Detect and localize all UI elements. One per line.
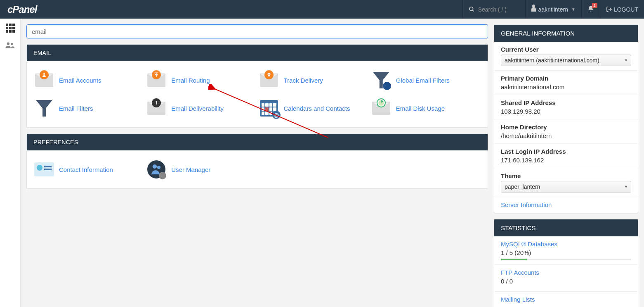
last-login-label: Last Login IP Address — [501, 148, 631, 155]
email-panel: EMAIL Email Accounts Email Routing Track… — [26, 44, 488, 128]
sidebar: GENERAL INFORMATION Current User aakriti… — [494, 24, 638, 307]
calendar-icon: @ — [259, 98, 279, 118]
user-menu[interactable]: aakritiintern ▼ — [525, 0, 581, 19]
main-search-input[interactable] — [26, 24, 488, 38]
email-deliverability-icon — [146, 98, 166, 118]
tool-label: Email Disk Usage — [396, 105, 445, 112]
svg-point-6 — [156, 101, 157, 102]
theme-label: Theme — [501, 172, 631, 179]
stat-ftp-value: 0 / 0 — [501, 278, 631, 285]
svg-point-4 — [43, 73, 45, 75]
last-login-value: 171.60.139.162 — [501, 157, 631, 164]
tool-email-deliverability[interactable]: Email Deliverability — [145, 94, 257, 122]
general-info-header[interactable]: GENERAL INFORMATION — [494, 25, 638, 42]
stat-mysql-progress — [501, 259, 631, 260]
tool-track-delivery[interactable]: Track Delivery — [257, 66, 370, 94]
tool-label: Email Accounts — [59, 77, 101, 84]
home-dir-value: /home/aakritiintern — [501, 132, 631, 139]
primary-domain-value: aakritiinternational.com — [501, 83, 631, 90]
user-manager-icon — [146, 159, 166, 179]
preferences-panel: PREFERENCES Contact Information User Man… — [26, 133, 488, 189]
disk-usage-icon — [371, 98, 391, 118]
tool-label: User Manager — [171, 166, 210, 173]
current-user-select[interactable]: aakritiintern (aakritiinternational.com) — [501, 55, 631, 66]
tool-email-filters[interactable]: Email Filters — [33, 94, 145, 122]
tool-label: Global Email Filters — [396, 77, 450, 84]
track-delivery-icon — [259, 70, 279, 90]
rail-users-icon[interactable] — [5, 41, 16, 52]
tool-user-manager[interactable]: User Manager — [145, 155, 257, 183]
main-column: EMAIL Email Accounts Email Routing Track… — [26, 24, 488, 307]
left-rail — [0, 19, 21, 307]
chevron-down-icon: ▼ — [571, 7, 576, 12]
tool-label: Calendars and Contacts — [284, 105, 350, 112]
tool-email-disk-usage[interactable]: Email Disk Usage — [370, 94, 482, 122]
email-panel-header[interactable]: EMAIL — [27, 45, 488, 61]
statistics-panel: STATISTICS MySQL® Databases 1 / 5 (20%) … — [494, 219, 638, 307]
tool-global-email-filters[interactable]: Global Email Filters — [370, 66, 482, 94]
tool-email-routing[interactable]: Email Routing — [145, 66, 257, 94]
username-label: aakritiintern — [538, 6, 568, 13]
tool-label: Email Deliverability — [171, 105, 224, 112]
header-search-input[interactable] — [478, 6, 519, 13]
globe-icon — [383, 82, 391, 90]
tool-label: Email Routing — [171, 77, 210, 84]
contact-info-icon — [34, 159, 54, 179]
tool-contact-information[interactable]: Contact Information — [33, 155, 145, 183]
tool-email-accounts[interactable]: Email Accounts — [33, 66, 145, 94]
logout-label: LOGOUT — [614, 6, 638, 13]
email-filters-icon — [34, 98, 54, 118]
email-accounts-icon — [34, 70, 54, 90]
svg-point-5 — [268, 74, 269, 75]
header-right: aakritiintern ▼ 1 LOGOUT — [462, 0, 644, 19]
current-user-label: Current User — [501, 46, 631, 53]
stat-ftp-link[interactable]: FTP Accounts — [501, 269, 631, 276]
server-info-link[interactable]: Server Information — [501, 201, 552, 208]
search-icon — [469, 6, 475, 12]
shared-ip-label: Shared IP Address — [501, 99, 631, 106]
content-wrap: EMAIL Email Accounts Email Routing Track… — [21, 19, 644, 307]
svg-point-3 — [11, 43, 13, 45]
svg-line-1 — [472, 10, 474, 11]
logout-button[interactable]: LOGOUT — [600, 0, 644, 19]
svg-rect-8 — [156, 104, 157, 104]
shared-ip-value: 103.129.98.20 — [501, 108, 631, 115]
logout-icon — [606, 6, 612, 12]
cpanel-logo[interactable]: cPanel — [7, 4, 37, 15]
tool-label: Contact Information — [59, 166, 113, 173]
statistics-header[interactable]: STATISTICS — [494, 219, 638, 236]
notifications-button[interactable]: 1 — [581, 0, 600, 19]
tool-calendars-contacts[interactable]: @ Calendars and Contacts — [257, 94, 370, 122]
global-filters-icon — [371, 70, 391, 90]
theme-select[interactable]: paper_lantern — [501, 181, 631, 193]
home-dir-label: Home Directory — [501, 124, 631, 131]
preferences-panel-header[interactable]: PREFERENCES — [27, 134, 488, 150]
svg-point-0 — [469, 7, 473, 11]
notification-badge: 1 — [592, 3, 597, 8]
stat-mysql-value: 1 / 5 (20%) — [501, 249, 631, 256]
tool-label: Email Filters — [59, 105, 93, 112]
rail-apps-icon[interactable] — [6, 24, 15, 33]
primary-domain-label: Primary Domain — [501, 75, 631, 82]
header-left: cPanel — [0, 4, 37, 15]
stat-mailing-link[interactable]: Mailing Lists — [501, 296, 631, 303]
header-search[interactable] — [462, 0, 525, 19]
top-header: cPanel aakritiintern ▼ 1 LOGOUT — [0, 0, 644, 19]
email-routing-icon — [146, 70, 166, 90]
general-info-panel: GENERAL INFORMATION Current User aakriti… — [494, 24, 638, 213]
user-icon — [531, 7, 536, 12]
svg-point-2 — [7, 43, 9, 45]
stat-mysql-link[interactable]: MySQL® Databases — [501, 240, 631, 248]
tool-label: Track Delivery — [284, 77, 323, 84]
